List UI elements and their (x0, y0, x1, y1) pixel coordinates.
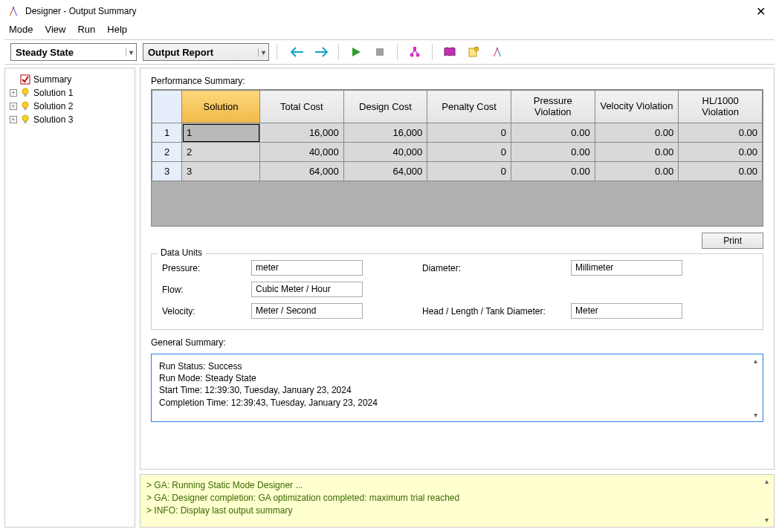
menu-help[interactable]: Help (107, 24, 127, 35)
performance-grid[interactable]: Solution Total Cost Design Cost Penalty … (151, 89, 763, 227)
cell-penalty[interactable]: 0 (427, 123, 511, 143)
col-design-cost[interactable]: Design Cost (343, 91, 427, 123)
cell-design[interactable]: 40,000 (343, 143, 427, 162)
scrollbar[interactable]: ▴▾ (760, 476, 772, 525)
cell-pv[interactable]: 0.00 (511, 162, 595, 181)
tree-item-solution-1[interactable]: + Solution 1 (7, 86, 133, 100)
diameter-label: Diameter: (422, 263, 571, 273)
velocity-label: Velocity: (162, 306, 251, 317)
svg-rect-13 (24, 121, 27, 123)
nav-back-button[interactable] (289, 44, 306, 60)
cell-design[interactable]: 64,000 (343, 162, 427, 181)
col-penalty-cost[interactable]: Penalty Cost (427, 91, 511, 123)
log-panel[interactable]: > GA: Running Static Mode Designer ... >… (140, 474, 775, 528)
settings-icon[interactable] (407, 44, 423, 60)
cell-hv[interactable]: 0.00 (679, 123, 763, 143)
flow-label: Flow: (162, 285, 251, 295)
cell-vv[interactable]: 0.00 (595, 123, 679, 143)
bulb-icon (20, 114, 30, 125)
summary-line: Completion Time: 12:39:43, Tuesday, Janu… (159, 397, 755, 409)
tree-label: Solution 3 (33, 114, 73, 125)
tree-item-summary[interactable]: Summary (7, 73, 133, 86)
performance-summary-label: Performance Summary: (151, 76, 763, 86)
row-number[interactable]: 1 (152, 123, 182, 143)
svg-point-2 (410, 53, 414, 57)
cell-hv[interactable]: 0.00 (679, 143, 763, 162)
cell-vv[interactable]: 0.00 (595, 143, 679, 162)
pressure-label: Pressure: (162, 263, 251, 273)
app-small-icon[interactable] (489, 44, 505, 60)
cell-pv[interactable]: 0.00 (511, 143, 595, 162)
svg-rect-0 (376, 48, 384, 56)
col-hl-violation[interactable]: HL/1000 Violation (679, 91, 763, 123)
svg-point-12 (22, 115, 28, 121)
col-total-cost[interactable]: Total Cost (260, 91, 344, 123)
nav-forward-button[interactable] (313, 44, 329, 60)
report-combo[interactable]: Output Report ▾ (143, 43, 269, 61)
stop-button[interactable] (372, 44, 388, 60)
cell-total[interactable]: 16,000 (260, 123, 344, 143)
print-button[interactable]: Print (702, 233, 763, 249)
cell-solution[interactable]: 2 (182, 143, 260, 162)
run-button[interactable] (348, 44, 364, 60)
titlebar: Designer - Output Summary ✕ (0, 0, 779, 22)
cell-vv[interactable]: 0.00 (595, 162, 679, 181)
general-summary-box[interactable]: Run Status: Success Run Mode: Steady Sta… (151, 354, 763, 422)
toolbar-separator (397, 44, 398, 60)
cell-design[interactable]: 16,000 (343, 123, 427, 143)
scrollbar[interactable]: ▴▾ (749, 356, 761, 420)
expand-icon[interactable]: + (10, 89, 17, 97)
cell-solution[interactable]: 3 (182, 162, 260, 181)
row-number[interactable]: 2 (152, 143, 182, 162)
svg-rect-11 (24, 108, 27, 110)
scroll-down-icon[interactable]: ▾ (765, 515, 769, 525)
cell-total[interactable]: 40,000 (260, 143, 344, 162)
table-row[interactable]: 2 2 40,000 40,000 0 0.00 0.00 0.00 (152, 143, 763, 162)
scroll-up-icon[interactable]: ▴ (765, 476, 769, 487)
close-icon[interactable]: ✕ (750, 4, 772, 19)
scroll-down-icon[interactable]: ▾ (754, 410, 757, 421)
content-box: Performance Summary: Solution Total Cost… (140, 68, 775, 470)
tree-spacer (10, 76, 17, 83)
menu-mode[interactable]: Mode (9, 24, 33, 35)
log-line: > GA: Running Static Mode Designer ... (146, 479, 768, 492)
toolbar-separator (277, 44, 277, 60)
table-row[interactable]: 1 1 16,000 16,000 0 0.00 0.00 0.00 (152, 123, 763, 143)
row-number[interactable]: 3 (152, 162, 182, 181)
cell-solution[interactable]: 1 (182, 123, 260, 143)
cell-total[interactable]: 64,000 (260, 162, 344, 181)
col-solution[interactable]: Solution (182, 91, 260, 123)
note-icon[interactable]: ? (465, 44, 482, 60)
svg-point-10 (22, 102, 28, 108)
toolbar-separator (432, 44, 433, 60)
expand-icon[interactable]: + (10, 116, 17, 123)
chevron-down-icon: ▾ (258, 48, 265, 56)
scroll-up-icon[interactable]: ▴ (754, 356, 757, 366)
menubar: Mode View Run Help (0, 22, 779, 39)
state-combo[interactable]: Steady State ▾ (10, 43, 137, 61)
cell-penalty[interactable]: 0 (427, 162, 511, 181)
cell-hv[interactable]: 0.00 (679, 162, 763, 181)
col-pressure-violation[interactable]: Pressure Violation (511, 91, 595, 123)
menu-run[interactable]: Run (77, 24, 95, 35)
menu-view[interactable]: View (45, 24, 66, 35)
state-combo-value: Steady State (16, 47, 74, 58)
report-combo-value: Output Report (148, 47, 213, 58)
table-row[interactable]: 3 3 64,000 64,000 0 0.00 0.00 0.00 (152, 162, 763, 181)
summary-line: Start Time: 12:39:30, Tuesday, January 2… (159, 384, 755, 396)
window-title: Designer - Output Summary (25, 6, 750, 16)
tree-item-solution-3[interactable]: + Solution 3 (7, 113, 133, 126)
tree-label: Solution 1 (33, 88, 73, 98)
col-velocity-violation[interactable]: Velocity Violation (595, 91, 679, 123)
expand-icon[interactable]: + (10, 103, 17, 110)
cell-penalty[interactable]: 0 (427, 143, 511, 162)
grid-corner[interactable] (152, 91, 182, 123)
app-icon (7, 5, 19, 17)
summary-icon (20, 74, 30, 85)
tree-item-solution-2[interactable]: + Solution 2 (7, 100, 133, 113)
bulb-icon (20, 101, 30, 111)
svg-rect-1 (413, 47, 416, 51)
book-icon[interactable] (442, 44, 458, 60)
head-label: Head / Length / Tank Diameter: (422, 306, 571, 317)
cell-pv[interactable]: 0.00 (511, 123, 595, 143)
